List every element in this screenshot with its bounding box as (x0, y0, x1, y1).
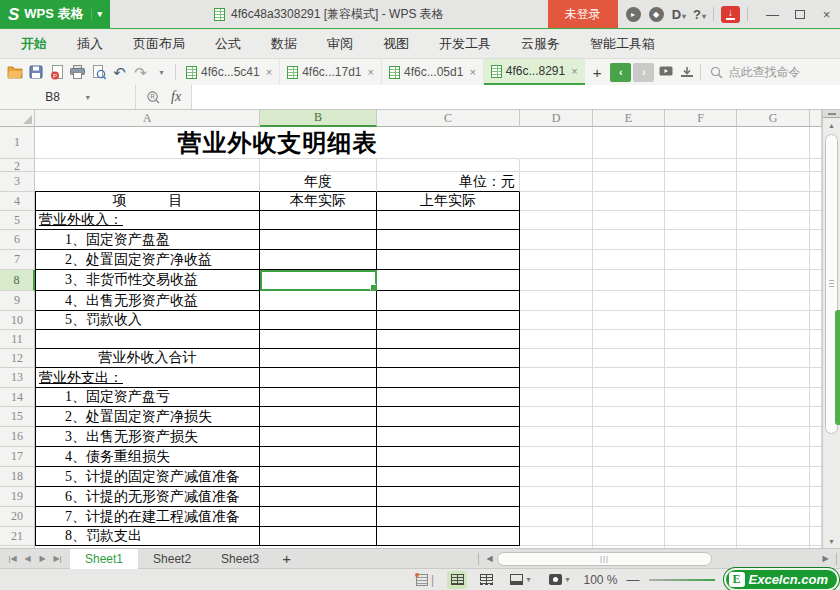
cell-B6[interactable] (260, 230, 377, 250)
cell-G7[interactable] (737, 250, 810, 270)
app-menu-button[interactable]: S WPS 表格 ▾ (0, 0, 110, 28)
cell-D5[interactable] (520, 211, 593, 230)
cell-C20[interactable] (377, 507, 520, 527)
cell-A6[interactable]: 1、固定资产盘盈 (35, 230, 260, 250)
cell-A18[interactable]: 5、计提的固定资产减值准备 (35, 467, 260, 487)
cell-D3[interactable] (520, 172, 593, 192)
cell-D22[interactable] (520, 546, 593, 548)
column-header-A[interactable]: A (35, 110, 260, 127)
cell-G13[interactable] (737, 368, 810, 388)
cell-G14[interactable] (737, 388, 810, 407)
undo-icon[interactable]: ↶ (109, 62, 130, 83)
cell-B5[interactable] (260, 211, 377, 230)
minimize-button[interactable]: — (759, 0, 786, 28)
print-icon[interactable] (67, 62, 88, 83)
cell-F18[interactable] (665, 467, 737, 487)
cell-E17[interactable] (593, 447, 665, 467)
cell-D4[interactable] (520, 192, 593, 211)
cell-A22[interactable] (35, 546, 260, 548)
horizontal-scrollbar[interactable]: ◀ ||| ▶ (475, 549, 840, 568)
cell-C10[interactable] (377, 311, 520, 330)
chevron-down-icon[interactable]: ▾ (86, 93, 90, 102)
cell-D15[interactable] (520, 407, 593, 427)
horizontal-scroll-thumb[interactable]: ||| (497, 552, 712, 566)
export-pdf-icon[interactable]: P (46, 62, 67, 83)
command-search-box[interactable]: 点此查找命令 (704, 64, 806, 81)
row-header-1[interactable]: 1 (0, 127, 35, 159)
cell-G10[interactable] (737, 311, 810, 330)
cell-E1[interactable] (593, 127, 665, 159)
cell-A17[interactable]: 4、债务重组损失 (35, 447, 260, 467)
cell-E21[interactable] (593, 527, 665, 546)
cell-F17[interactable] (665, 447, 737, 467)
insert-function-icon[interactable]: fx (171, 89, 181, 105)
cell-C12[interactable] (377, 349, 520, 368)
cell-B13[interactable] (260, 368, 377, 388)
cell-E18[interactable] (593, 467, 665, 487)
close-tab-icon[interactable]: × (266, 66, 272, 78)
cell-B3[interactable]: 年度 (260, 172, 377, 192)
menu-item-7[interactable]: 视图 (368, 35, 424, 53)
cell-D10[interactable] (520, 311, 593, 330)
excelcn-logo[interactable]: E Excelcn.com (724, 568, 840, 590)
prev-sheet-icon[interactable]: ◀ (20, 554, 35, 563)
cell-A15[interactable]: 2、处置固定资产净损失 (35, 407, 260, 427)
cell-D12[interactable] (520, 349, 593, 368)
cell-B7[interactable] (260, 250, 377, 270)
cell-B20[interactable] (260, 507, 377, 527)
cell-F9[interactable] (665, 291, 737, 311)
tab-scroll-right-button[interactable]: › (633, 63, 654, 82)
add-sheet-button[interactable]: + (274, 550, 299, 567)
cell-B18[interactable] (260, 467, 377, 487)
open-folder-icon[interactable] (4, 62, 25, 83)
new-document-tab-button[interactable]: + (585, 64, 610, 81)
cell-C14[interactable] (377, 388, 520, 407)
tab-scroll-left-button[interactable]: ‹ (610, 63, 631, 82)
cell-E10[interactable] (593, 311, 665, 330)
cell-C7[interactable] (377, 250, 520, 270)
cell-F7[interactable] (665, 250, 737, 270)
cell-D8[interactable] (520, 270, 593, 291)
first-sheet-icon[interactable]: |◀ (5, 554, 20, 563)
row-header-14[interactable]: 14 (0, 388, 35, 407)
search-function-icon[interactable]: R (146, 90, 161, 105)
menu-item-3[interactable]: 页面布局 (118, 35, 200, 53)
save-icon[interactable] (25, 62, 46, 83)
column-header-F[interactable]: F (665, 110, 737, 127)
cell-B17[interactable] (260, 447, 377, 467)
last-sheet-icon[interactable]: ▶| (50, 554, 65, 563)
cell-G3[interactable] (737, 172, 810, 192)
skin-icon[interactable]: D▾ (672, 7, 686, 22)
menu-item-8[interactable]: 开发工具 (424, 35, 506, 53)
cell-A9[interactable]: 4、出售无形资产收益 (35, 291, 260, 311)
cell-F8[interactable] (665, 270, 737, 291)
cell-F20[interactable] (665, 507, 737, 527)
cell-A10[interactable]: 5、罚款收入 (35, 311, 260, 330)
name-box[interactable]: B8 ▾ (0, 85, 135, 109)
row-header-5[interactable]: 5 (0, 211, 35, 230)
cell-D6[interactable] (520, 230, 593, 250)
cell-C3[interactable]: 单位：元 (377, 172, 520, 192)
cell-E22[interactable] (593, 546, 665, 548)
cell-B12[interactable] (260, 349, 377, 368)
cell-E15[interactable] (593, 407, 665, 427)
cell-G16[interactable] (737, 427, 810, 447)
row-header-6[interactable]: 6 (0, 230, 35, 250)
cell-E7[interactable] (593, 250, 665, 270)
formula-input[interactable] (191, 85, 840, 109)
cell-G11[interactable] (737, 330, 810, 349)
cell-E6[interactable] (593, 230, 665, 250)
cell-F15[interactable] (665, 407, 737, 427)
cell-D18[interactable] (520, 467, 593, 487)
cell-B21[interactable] (260, 527, 377, 546)
cell-G20[interactable] (737, 507, 810, 527)
row-header-10[interactable]: 10 (0, 311, 35, 330)
row-header-18[interactable]: 18 (0, 467, 35, 487)
row-header-3[interactable]: 3 (0, 172, 35, 192)
cell-F22[interactable] (665, 546, 737, 548)
cell-A8[interactable]: 3、非货币性交易收益 (35, 270, 260, 291)
doc-tab-2[interactable]: 4f6c...17d1× (280, 59, 382, 85)
cell-F11[interactable] (665, 330, 737, 349)
cell-A13[interactable]: 营业外支出： (35, 368, 260, 388)
menu-item-1[interactable]: 开始 (6, 35, 62, 53)
